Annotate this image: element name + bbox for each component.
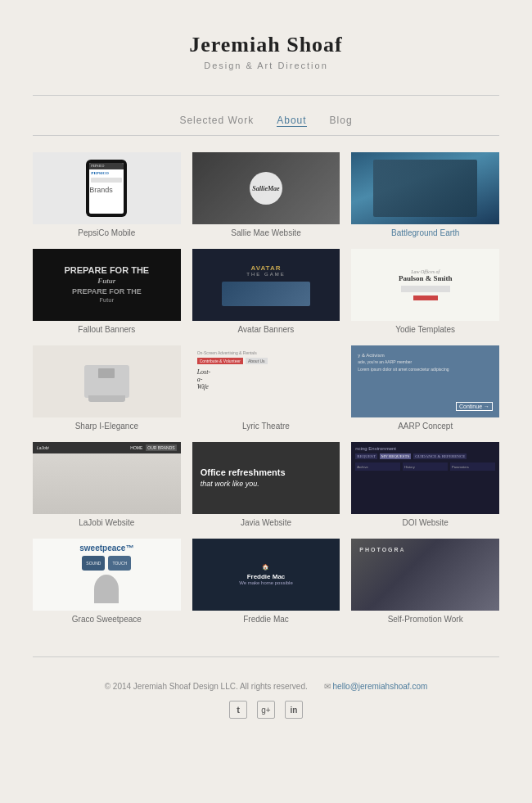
grid-item-freddie[interactable]: 🏠 Freddie Mac We make home possible Fred… <box>192 539 340 624</box>
grid-label-doi: DOI Website <box>402 518 449 527</box>
header-divider <box>33 95 499 96</box>
grid-label-graco: Graco Sweetpeace <box>72 615 142 624</box>
grid-item-doi[interactable]: ncing Environment REQUEST MY REQUESTS GU… <box>351 442 499 527</box>
grid-label-avatar: Avatar Banners <box>238 325 295 334</box>
doi-cell2-text: History <box>404 465 414 469</box>
grid-item-sharp[interactable]: Sharp I-Elegance <box>33 345 181 431</box>
freddie-logo-text: Freddie Mac <box>239 573 293 580</box>
googleplus-icon[interactable]: g+ <box>257 701 275 719</box>
grid-label-javia: Javia Website <box>241 518 291 527</box>
doi-cell3: Parameters <box>450 462 495 471</box>
lajobi-nav: LaJobi HOME OUR BRANDS <box>33 442 181 453</box>
lajobi-logo: LaJobi <box>37 445 49 450</box>
site-header: Jeremiah Shoaf Design & Art Direction <box>0 0 532 87</box>
avatar-visual <box>222 282 310 306</box>
nav-about[interactable]: About <box>277 115 306 127</box>
thumb-sharp <box>33 345 181 417</box>
email-icon: ✉ <box>324 682 331 691</box>
yodie-input <box>401 286 450 292</box>
avatar-title: AVATAR <box>251 264 282 272</box>
thumb-salliemae: SallieMae <box>192 152 340 224</box>
javia-headline: Office refreshmentsthat work like you. <box>201 467 286 489</box>
salliemae-logo: SallieMae <box>250 172 282 205</box>
grid-label-battleground: Battleground Earth <box>391 228 459 237</box>
graco-person <box>94 575 119 603</box>
grid-label-fallout: Fallout Banners <box>78 325 135 334</box>
footer-copyright: © 2014 Jeremiah Shoaf Design LLC. All ri… <box>105 682 308 691</box>
aarp-continue: Continue → <box>456 402 493 411</box>
lyric-title: Lost-a-Wife <box>197 368 336 390</box>
thumb-graco: sweetpeace™ SOUND TOUCH <box>33 539 181 611</box>
selfpromo-photog: PHOTOGRA <box>355 543 409 557</box>
phone-brand: PEPSICO <box>89 169 124 177</box>
grid-label-lyric: Lyric Theatre <box>242 422 290 431</box>
avatar-sub: THE GAME <box>246 272 285 277</box>
phone-search <box>91 178 122 183</box>
yodie-button <box>413 295 438 300</box>
doi-nav: REQUEST MY REQUESTS GUIDANCE & REFERENCE <box>355 453 495 459</box>
grid-label-sharp: Sharp I-Elegance <box>75 422 138 431</box>
thumb-selfpromo: PHOTOGRA <box>351 539 499 611</box>
grid-label-yodie: Yodie Templates <box>395 325 455 334</box>
graco-icons: SOUND TOUCH <box>82 556 131 571</box>
twitter-icon[interactable]: t <box>229 701 247 719</box>
thumb-javia: Office refreshmentsthat work like you. <box>192 442 340 514</box>
lajobi-bg <box>33 453 181 514</box>
grid-label-selfpromo: Self-Promotion Work <box>388 615 463 624</box>
nav-blog[interactable]: Blog <box>330 115 353 126</box>
grid-item-fallout[interactable]: PREPARE FOR THEFutur PREPARE FOR THEFutu… <box>33 249 181 334</box>
battleground-visual <box>373 160 476 217</box>
footer-social: t g+ in <box>33 701 499 719</box>
fallout-content: PREPARE FOR THEFutur PREPARE FOR THEFutu… <box>57 259 156 311</box>
nav-divider <box>33 135 499 136</box>
doi-cell1-text: Archive <box>357 465 367 469</box>
freddie-logo-icon: 🏠 <box>239 564 293 571</box>
thumb-lyric: On-Screen Advertising & Rentals Contribu… <box>192 345 340 417</box>
thumb-lajobi: LaJobi HOME OUR BRANDS <box>33 442 181 514</box>
graco-icon2: TOUCH <box>108 556 131 571</box>
phone-mockup: PEPSICO PEPSICO Brands <box>86 160 127 217</box>
doi-nav-my: MY REQUESTS <box>380 453 411 459</box>
grid-item-battleground[interactable]: Battleground Earth <box>351 152 499 237</box>
grid-label-pepsico: PepsiCo Mobile <box>78 228 135 237</box>
grid-item-salliemae[interactable]: SallieMae Sallie Mae Website <box>192 152 340 237</box>
grid-item-graco[interactable]: sweetpeace™ SOUND TOUCH Graco Sweetpeace <box>33 539 181 624</box>
footer-email-link[interactable]: hello@jeremiahshoaf.com <box>333 682 428 691</box>
lajobi-home: HOME <box>130 445 142 450</box>
thumb-doi: ncing Environment REQUEST MY REQUESTS GU… <box>351 442 499 514</box>
nav-selected-work[interactable]: Selected Work <box>179 115 254 126</box>
brands-label: Brands <box>89 186 124 194</box>
grid-item-javia[interactable]: Office refreshmentsthat work like you. J… <box>192 442 340 527</box>
lyric-nav: Contribute & Volunteer About Us <box>197 358 336 364</box>
grid-item-lajobi[interactable]: LaJobi HOME OUR BRANDS LaJobi Website <box>33 442 181 527</box>
typewriter-shape <box>84 365 129 398</box>
grid-label-lajobi: LaJobi Website <box>79 518 134 527</box>
thumb-yodie: Law Offices of Paulson & Smith <box>351 249 499 321</box>
freddie-sub: We make home possible <box>239 580 293 585</box>
grid-label-freddie: Freddie Mac <box>243 615 289 624</box>
grid-item-yodie[interactable]: Law Offices of Paulson & Smith Yodie Tem… <box>351 249 499 334</box>
grid-item-avatar[interactable]: AVATAR THE GAME Avatar Banners <box>192 249 340 334</box>
grid-item-aarp[interactable]: y & Activismade, you're an AARP memberLo… <box>351 345 499 431</box>
doi-nav-request: REQUEST <box>355 453 377 459</box>
linkedin-icon[interactable]: in <box>285 701 303 719</box>
graco-icon1: SOUND <box>82 556 105 571</box>
doi-cell3-text: Parameters <box>452 465 469 469</box>
thumb-fallout: PREPARE FOR THEFutur PREPARE FOR THEFutu… <box>33 249 181 321</box>
grid-item-pepsico[interactable]: PEPSICO PEPSICO Brands PepsiCo Mobile <box>33 152 181 237</box>
typewriter-paper <box>98 368 115 378</box>
yodie-name: Paulson & Smith <box>399 274 453 282</box>
freddie-content: 🏠 Freddie Mac We make home possible <box>239 564 293 585</box>
grid-item-lyric[interactable]: On-Screen Advertising & Rentals Contribu… <box>192 345 340 431</box>
lyric-header: On-Screen Advertising & Rentals <box>197 350 336 355</box>
footer-top-row: © 2014 Jeremiah Shoaf Design LLC. All ri… <box>33 682 499 691</box>
thumb-pepsico: PEPSICO PEPSICO Brands <box>33 152 181 224</box>
phone-screen: PEPSICO PEPSICO Brands <box>89 163 124 214</box>
main-nav: Selected Work About Blog <box>0 104 532 135</box>
doi-cell1: Archive <box>355 462 400 471</box>
doi-nav-guidance: GUIDANCE & REFERENCE <box>413 453 467 459</box>
grid-item-selfpromo[interactable]: PHOTOGRA Self-Promotion Work <box>351 539 499 624</box>
lyric-nav-item2: About Us <box>246 358 268 364</box>
footer-email: ✉ hello@jeremiahshoaf.com <box>324 682 428 691</box>
site-tagline: Design & Art Direction <box>16 61 516 70</box>
